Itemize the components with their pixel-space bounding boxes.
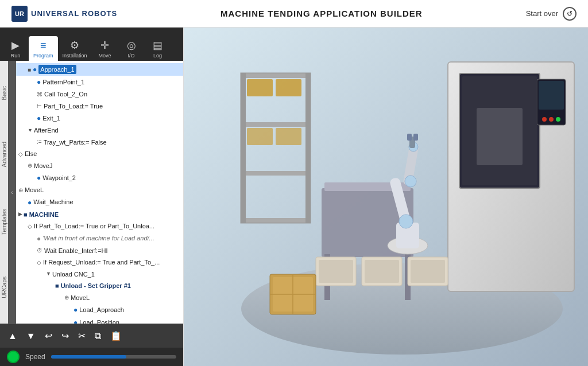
tab-log[interactable]: ▤ Log (145, 36, 171, 61)
item-text: If Part_To_Load:= True or Part_To_Unloa.… (34, 221, 154, 231)
sidebar-basic[interactable]: Basic (0, 84, 9, 102)
svg-rect-37 (319, 260, 353, 283)
svg-rect-20 (539, 81, 564, 110)
undo-button[interactable]: ↩ (41, 328, 56, 344)
svg-rect-39 (365, 260, 399, 283)
triangle-icon: ▼ (46, 270, 51, 278)
tree-item-if-part-load[interactable]: ◇ If Part_To_Load:= True or Part_To_Unlo… (16, 220, 183, 232)
3d-viewport (184, 28, 588, 366)
speed-slider[interactable] (51, 355, 176, 359)
svg-rect-6 (241, 218, 310, 223)
copy-button[interactable]: ⧉ (91, 329, 105, 344)
dot-icon: ● (28, 197, 32, 208)
tab-move[interactable]: ✛ Move (92, 36, 118, 61)
scene-background (184, 28, 588, 366)
log-icon: ▤ (153, 39, 163, 52)
tree-item-afterend[interactable]: ▼ AfterEnd (16, 124, 183, 137)
item-text: Part_To_Load:= True (44, 102, 103, 111)
header: UR UNIVERSAL ROBOTS MACHINE TENDING APPL… (0, 0, 588, 28)
paste-button[interactable]: 📋 (107, 328, 125, 344)
move-down-button[interactable]: ▼ (23, 329, 39, 344)
sidebar-wrapper: Basic Advanced Templates URCaps ‹ ■ ● Ap… (0, 61, 183, 324)
start-over-button[interactable]: Start over (526, 9, 558, 18)
start-over-icon[interactable]: ↺ (563, 7, 577, 21)
redo-button[interactable]: ↪ (58, 328, 72, 344)
item-icon: ■ (28, 65, 31, 74)
svg-point-21 (542, 117, 547, 122)
item-text: PatternPoint_1 (42, 77, 84, 87)
diamond-icon: ◇ (18, 150, 23, 158)
move-up-button[interactable]: ▲ (5, 329, 21, 344)
assign-icon: ⊢ (37, 102, 42, 110)
speed-label: Speed (25, 353, 45, 361)
tree-item-approach[interactable]: ■ ● Approach_1 (16, 63, 183, 76)
svg-point-30 (399, 215, 413, 228)
tree-item-exit[interactable]: ● Exit_1 (16, 112, 183, 124)
svg-point-23 (556, 117, 560, 122)
svg-rect-7 (241, 73, 246, 223)
collapse-button[interactable]: ‹ (8, 61, 16, 324)
tree-item-movel[interactable]: ⊕ MoveL (16, 184, 183, 196)
tab-move-label: Move (99, 53, 111, 59)
tree-item-movel2[interactable]: ⊕ MoveL (16, 292, 183, 304)
tab-log-label: Log (153, 53, 162, 59)
item-text: Tray_wt_Parts:= False (44, 138, 107, 147)
tree-item-patternpoint[interactable]: ● PatternPoint_1 (16, 76, 183, 88)
move-icon: ⊕ (64, 293, 69, 302)
tab-run[interactable]: ▶ Run (2, 36, 29, 61)
item-text: Unload CNC_1 (52, 270, 95, 279)
dot-icon: ● (37, 173, 41, 183)
tree-item-load-position[interactable]: ● Load_Position (16, 316, 183, 324)
item-text: Load_Position (79, 318, 119, 324)
scene-svg (184, 28, 588, 366)
tab-program-label: Program (33, 53, 53, 59)
move-icon: ✛ (100, 39, 109, 52)
tab-io[interactable]: ◎ I/O (118, 36, 145, 61)
item-text: Waypoint_2 (42, 173, 76, 183)
diamond-icon: ◇ (28, 222, 32, 231)
tree-item-waypoint2[interactable]: ● Waypoint_2 (16, 172, 183, 184)
tree-item-if-request[interactable]: ◇ If Request_Unload:= True and Part_To_.… (16, 256, 183, 268)
dot-icon: ● (74, 305, 78, 315)
tree-item-machine[interactable]: ▶ ■ MACHINE (16, 209, 183, 221)
tree-item-tray-wt[interactable]: := Tray_wt_Parts:= False (16, 137, 183, 149)
item-text: MoveJ (34, 161, 52, 171)
sidebar-urcaps[interactable]: URCaps (0, 274, 9, 301)
tab-bar: ▶ Run ≡ Program ⚙ Installation ✛ Move ◎ … (0, 28, 183, 61)
tree-item-unload-gripper[interactable]: ■ Unload - Set Gripper #1 (16, 280, 183, 292)
tree-item-comment[interactable]: ● 'Wait in front of machine for Load and… (16, 232, 183, 245)
program-tree: ■ ● Approach_1 ● PatternPoint_1 ⌘ Call T… (16, 61, 183, 324)
dot-icon: ● (33, 64, 37, 75)
svg-rect-34 (407, 134, 412, 141)
svg-rect-35 (413, 134, 418, 141)
svg-rect-25 (477, 108, 523, 165)
tree-item-call-tool2[interactable]: ⌘ Call Tool_2_On (16, 88, 183, 100)
svg-rect-10 (276, 79, 301, 96)
tab-installation-label: Installation (63, 53, 87, 59)
tree-item-unload-cnc[interactable]: ▼ Unload CNC_1 (16, 268, 183, 281)
tree-item-movej[interactable]: ⊕ MoveJ (16, 160, 183, 172)
item-text: MoveL (25, 185, 44, 195)
sidebar-templates[interactable]: Templates (0, 207, 9, 237)
run-icon: ▶ (11, 39, 20, 52)
installation-icon: ⚙ (70, 39, 79, 52)
folder-icon: ■ (55, 281, 59, 291)
item-text: Wait_Machine (33, 197, 73, 207)
logo: UR UNIVERSAL ROBOTS (11, 6, 117, 22)
tree-item-wait-machine[interactable]: ● Wait_Machine (16, 196, 183, 209)
left-panel: ▶ Run ≡ Program ⚙ Installation ✛ Move ◎ … (0, 28, 184, 366)
cut-button[interactable]: ✂ (75, 328, 89, 344)
tree-item-part-to-load[interactable]: ⊢ Part_To_Load:= True (16, 100, 183, 112)
bottom-toolbar: ▲ ▼ ↩ ↪ ✂ ⧉ 📋 (0, 324, 183, 348)
item-text: MoveL (71, 293, 90, 303)
tree-item-else[interactable]: ◇ Else (16, 148, 183, 160)
sidebar-advanced[interactable]: Advanced (0, 139, 9, 169)
svg-rect-41 (411, 260, 445, 283)
tree-item-wait-enable[interactable]: ⏱ Wait Enable_Interf:=HI (16, 245, 183, 257)
tab-program[interactable]: ≡ Program (29, 36, 58, 61)
tree-item-load-approach[interactable]: ● Load_Approach (16, 303, 183, 316)
svg-rect-12 (276, 128, 301, 145)
tab-installation[interactable]: ⚙ Installation (58, 36, 92, 61)
comment-icon: ● (37, 233, 41, 244)
item-text: MACHINE (29, 210, 59, 220)
